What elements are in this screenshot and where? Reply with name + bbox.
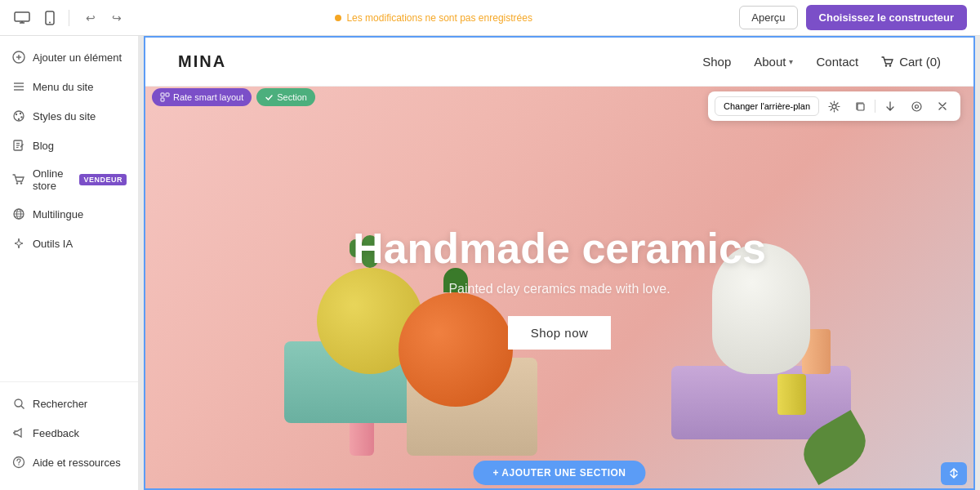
vendeur-badge: VENDEUR: [79, 174, 127, 185]
main-layout: Ajouter un élément Menu du site Styles d…: [0, 36, 980, 490]
sidebar-item-multilingual[interactable]: Multilingue: [0, 199, 138, 229]
top-toolbar: ↩ ↪ Les modifications ne sont pas enregi…: [0, 0, 980, 36]
undo-button[interactable]: ↩: [79, 7, 102, 29]
nav-link-about[interactable]: About ▾: [754, 55, 793, 69]
svg-point-27: [15, 399, 22, 407]
website-preview: MINA Shop About ▾ Contact Cart (0): [144, 36, 975, 490]
cart-label: Cart (0): [899, 55, 941, 69]
nav-link-contact[interactable]: Contact: [816, 55, 858, 69]
svg-rect-38: [858, 104, 864, 110]
shop-now-button[interactable]: Shop now: [508, 316, 612, 350]
svg-point-15: [18, 118, 20, 120]
svg-point-39: [912, 102, 921, 111]
toolbar-center: Les modifications ne sont pas enregistré…: [335, 12, 532, 24]
section-toolbar: Rate smart layout Section: [152, 88, 315, 106]
rate-layout-label: Rate smart layout: [173, 92, 243, 102]
svg-point-40: [915, 105, 918, 108]
sidebar-item-label: Ajouter un élément: [33, 51, 127, 64]
cart-nav-icon: [881, 56, 894, 69]
svg-point-12: [16, 114, 17, 115]
svg-rect-34: [161, 93, 164, 96]
sidebar-item-label: Multilingue: [33, 208, 127, 220]
sidebar-item-label: Outils IA: [33, 238, 127, 250]
svg-rect-36: [161, 98, 164, 101]
sidebar-item-online-store[interactable]: Online store VENDEUR: [0, 160, 138, 199]
sidebar-item-ai-tools[interactable]: Outils IA: [0, 229, 138, 258]
sidebar-item-styles[interactable]: Styles du site: [0, 101, 138, 131]
layout-icon: [160, 92, 170, 102]
preview-button[interactable]: Aperçu: [739, 6, 797, 29]
svg-point-33: [889, 65, 891, 66]
sidebar-item-blog[interactable]: Blog: [0, 131, 138, 160]
cart-link[interactable]: Cart (0): [881, 55, 941, 69]
sidebar-item-help[interactable]: Aide et ressources: [0, 448, 138, 477]
divider: [69, 10, 69, 26]
hero-content: Handmade ceramics Painted clay ceramics …: [353, 225, 766, 350]
sidebar-item-label: Styles du site: [33, 110, 127, 122]
nav-link-shop[interactable]: Shop: [702, 55, 731, 69]
floating-toolbar: Changer l'arrière-plan: [708, 91, 960, 121]
sidebar-main-items: Ajouter un élément Menu du site Styles d…: [0, 42, 138, 381]
scroll-indicator[interactable]: [941, 462, 967, 485]
svg-point-31: [18, 464, 19, 465]
undo-redo-group: ↩ ↪: [79, 7, 128, 29]
cart-icon: [11, 172, 26, 187]
hero-title: Handmade ceramics: [353, 225, 766, 272]
megaphone-icon: [11, 425, 26, 440]
svg-line-28: [21, 406, 24, 409]
warning-dot: [335, 15, 341, 21]
move-down-icon-button[interactable]: [879, 95, 902, 118]
check-icon: [265, 93, 274, 102]
duplicate-icon-button[interactable]: [849, 95, 871, 118]
hero-section: Handmade ceramics Painted clay ceramics …: [145, 87, 973, 488]
toolbar-divider: [875, 100, 875, 113]
sidebar: Ajouter un élément Menu du site Styles d…: [0, 36, 139, 490]
preview-icon-button[interactable]: [905, 95, 928, 118]
desktop-icon[interactable]: [13, 9, 31, 27]
svg-point-32: [885, 65, 887, 66]
sidebar-item-label: Aide et ressources: [33, 457, 127, 469]
toolbar-left: ↩ ↪: [13, 7, 128, 29]
svg-point-37: [832, 105, 836, 109]
sidebar-item-feedback[interactable]: Feedback: [0, 418, 138, 448]
svg-rect-35: [166, 93, 169, 96]
sidebar-bottom: Rechercher Feedback Aide et ressources: [0, 381, 138, 483]
sidebar-item-label: Menu du site: [33, 81, 127, 93]
sidebar-item-add-element[interactable]: Ajouter un élément: [0, 42, 138, 72]
nav-links: Shop About ▾ Contact Cart (0): [702, 55, 941, 69]
menu-icon: [11, 79, 26, 94]
choose-builder-button[interactable]: Choisissez le constructeur: [806, 5, 967, 30]
unsaved-warning: Les modifications ne sont pas enregistré…: [335, 12, 532, 24]
globe-icon: [11, 207, 26, 221]
svg-point-21: [20, 182, 22, 184]
sidebar-item-menu[interactable]: Menu du site: [0, 72, 138, 101]
sidebar-item-label: Blog: [33, 140, 127, 152]
sidebar-item-label: Feedback: [33, 427, 127, 439]
add-section-button[interactable]: + AJOUTER UNE SECTION: [473, 461, 645, 485]
svg-point-20: [16, 182, 18, 184]
svg-point-13: [20, 113, 21, 114]
site-logo: MINA: [178, 52, 226, 71]
toolbar-right: Aperçu Choisissez le constructeur: [739, 5, 967, 30]
search-icon: [11, 396, 26, 411]
sidebar-item-label: Rechercher: [33, 398, 127, 410]
section-badge-button[interactable]: Section: [256, 88, 315, 106]
sidebar-item-search[interactable]: Rechercher: [0, 389, 138, 418]
svg-point-14: [20, 116, 22, 118]
help-circle-icon: [11, 455, 26, 470]
sparkle-icon: [11, 236, 26, 251]
redo-button[interactable]: ↪: [105, 7, 128, 29]
settings-icon-button[interactable]: [822, 95, 845, 118]
chevron-down-icon: ▾: [789, 57, 793, 66]
block-yellow: [777, 374, 806, 415]
website-nav: MINA Shop About ▾ Contact Cart (0): [145, 38, 973, 87]
plus-circle-icon: [11, 50, 26, 65]
canvas-area: MINA Shop About ▾ Contact Cart (0): [139, 36, 980, 490]
sidebar-item-label: Online store: [33, 167, 73, 192]
rate-layout-button[interactable]: Rate smart layout: [152, 88, 252, 106]
delete-icon-button[interactable]: [931, 95, 954, 118]
change-background-button[interactable]: Changer l'arrière-plan: [715, 96, 819, 116]
section-label: Section: [277, 92, 307, 102]
mobile-icon[interactable]: [41, 9, 59, 27]
edit-icon: [11, 138, 26, 153]
